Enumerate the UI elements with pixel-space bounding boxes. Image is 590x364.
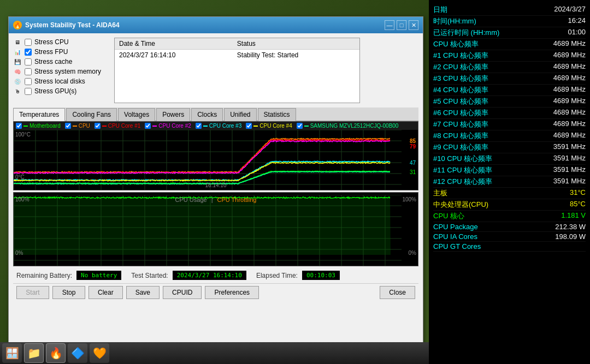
right-panel-label: 时间(HH:mm) (433, 16, 476, 26)
right-panel-label: #4 CPU 核心频率 (433, 85, 488, 95)
right-panel-row: 中央处理器(CPU)85°C (433, 199, 586, 211)
usage-y-top-right: 100% (402, 196, 416, 202)
legend-cpucore4-checkbox[interactable] (246, 123, 252, 129)
stress-disks-checkbox[interactable] (25, 78, 32, 85)
right-panel-value: 4689 MHz (553, 97, 586, 106)
temp-value-79: 79 (410, 144, 416, 150)
cpu-icon: 🖥 (13, 38, 22, 46)
right-panel-row: CPU 核心1.181 V (433, 211, 586, 222)
legend-samsung-checkbox[interactable] (297, 123, 303, 129)
stress-cpu-checkbox[interactable] (25, 39, 32, 46)
right-panel-label: #6 CPU 核心频率 (433, 108, 488, 118)
stress-fpu-label: Stress FPU (34, 48, 68, 56)
legend-cpucore1: CPU Core #1 (95, 123, 140, 129)
right-panel-value: 16:24 (568, 16, 586, 26)
status-table-container: Date & Time Status 2024/3/27 16:14:10 St… (114, 38, 360, 103)
datetime-header: Date & Time (115, 38, 233, 50)
legend-cpucore2-label: CPU Core #2 (158, 123, 191, 129)
right-panel-row: CPU GT Cores (433, 242, 586, 252)
taskbar-app3[interactable]: 🔷 (68, 343, 87, 363)
right-panel-label: CPU Package (433, 223, 478, 231)
taskbar-aida64[interactable]: 🔥 (46, 343, 66, 363)
legend-cpucore4-label: CPU Core #4 (259, 123, 292, 129)
temp-y-top: 100°C (15, 132, 31, 138)
tab-unified[interactable]: Unified (224, 108, 256, 121)
right-panel-value: 4689 MHz (553, 39, 586, 49)
cpucore4-color (253, 126, 258, 127)
tab-statistics[interactable]: Statistics (258, 108, 296, 121)
right-panel-value: 2024/3/27 (554, 5, 586, 15)
tab-powers[interactable]: Powers (156, 108, 190, 121)
close-button[interactable]: Close (380, 286, 415, 299)
stress-memory-checkbox[interactable] (25, 68, 32, 75)
right-panel-label: #11 CPU 核心频率 (433, 165, 492, 175)
legend-samsung: SAMSUNG MZVL2512HCJQ-00B00 (297, 123, 399, 129)
right-panel-value: 3591 MHz (553, 165, 586, 175)
usage-chart-area: CPU Usage | CPU Throttling 100% 0% 100% … (13, 192, 418, 266)
stress-memory-item: 🧠 Stress system memory (13, 67, 109, 76)
legend-cpucore2-checkbox[interactable] (145, 123, 151, 129)
legend-cpu-checkbox[interactable] (65, 123, 71, 129)
legend-samsung-label: SAMSUNG MZVL2512HCJQ-00B00 (310, 123, 399, 129)
stress-memory-label: Stress system memory (34, 68, 101, 75)
right-panel-label: CPU 核心 (433, 211, 464, 221)
separator: | (211, 196, 213, 203)
legend-cpucore4: CPU Core #4 (246, 123, 292, 129)
stress-gpu-checkbox[interactable] (25, 88, 32, 95)
start-button[interactable]: Start (16, 286, 49, 299)
tab-temperatures[interactable]: Temperatures (13, 108, 65, 121)
minimize-button[interactable]: — (385, 20, 394, 30)
usage-graph: CPU Usage | CPU Throttling 100% 0% 100% … (14, 195, 418, 266)
right-panel-label: #2 CPU 核心频率 (433, 62, 488, 72)
maximize-button[interactable]: □ (397, 20, 406, 30)
taskbar-app4[interactable]: 🧡 (90, 343, 109, 363)
right-panel-value: 4689 MHz (553, 51, 586, 61)
legend-cpucore3-checkbox[interactable] (196, 123, 202, 129)
elapsed-label: Elapsed Time: (256, 272, 298, 279)
tab-voltages[interactable]: Voltages (118, 108, 155, 121)
status-table: Date & Time Status 2024/3/27 16:14:10 St… (115, 38, 359, 61)
legend-cpucore3: CPU Core #3 (196, 123, 241, 129)
gpu-icon: 🖱 (13, 87, 22, 96)
right-panel-row: #6 CPU 核心频率4689 MHz (433, 108, 586, 119)
status-row: 2024/3/27 16:14:10 Stability Test: Start… (115, 50, 359, 61)
window-title: System Stability Test - AIDA64 (25, 21, 385, 29)
right-panel-row: #3 CPU 核心频率4689 MHz (433, 73, 586, 85)
test-started-value: 2024/3/27 16:14:10 (173, 271, 246, 280)
cpu-usage-label: CPU Usage (175, 196, 207, 203)
clear-button[interactable]: Clear (88, 286, 123, 299)
status-header: Status (233, 38, 359, 50)
stress-cache-checkbox[interactable] (25, 58, 32, 65)
right-panel-value: 4689 MHz (553, 62, 586, 72)
samsung-color (304, 126, 309, 127)
right-panel-label: CPU GT Cores (433, 242, 481, 250)
right-panel: 日期2024/3/27时间(HH:mm)16:24已运行时间 (HH:mm)01… (429, 0, 590, 364)
taskbar-start[interactable]: 🪟 (2, 343, 22, 363)
cpuid-button[interactable]: CPUID (163, 286, 202, 299)
memory-icon: 🧠 (13, 67, 22, 76)
stress-cpu-item: 🖥 Stress CPU (13, 38, 109, 46)
stress-gpu-label: Stress GPU(s) (34, 87, 76, 95)
window-controls: — □ ✕ (385, 20, 418, 30)
stress-cache-label: Stress cache (34, 58, 72, 65)
usage-y-bottom-right: 0% (409, 250, 416, 256)
save-button[interactable]: Save (126, 286, 160, 299)
taskbar-explorer[interactable]: 📁 (24, 343, 44, 363)
right-panel-row: 日期2024/3/27 (433, 4, 586, 16)
preferences-button[interactable]: Preferences (205, 286, 259, 299)
stress-fpu-checkbox[interactable] (25, 49, 32, 56)
stress-cache-item: 💾 Stress cache (13, 57, 109, 66)
right-panel-row: 时间(HH:mm)16:24 (433, 16, 586, 27)
tab-cooling-fans[interactable]: Cooling Fans (66, 108, 117, 121)
legend-cpucore1-checkbox[interactable] (95, 123, 101, 129)
tab-clocks[interactable]: Clocks (191, 108, 223, 121)
stress-cpu-label: Stress CPU (34, 38, 69, 46)
usage-legend: CPU Usage | CPU Throttling (175, 196, 257, 203)
stop-button[interactable]: Stop (52, 286, 85, 299)
close-button[interactable]: ✕ (409, 20, 418, 30)
legend-motherboard-checkbox[interactable] (16, 123, 22, 129)
battery-label: Remaining Battery: (16, 272, 72, 279)
status-text: Stability Test: Started (233, 50, 359, 61)
right-panel-label: 中央处理器(CPU) (433, 200, 488, 210)
chart-legend: Motherboard CPU CPU Core #1 CPU Core #2 (14, 122, 418, 130)
